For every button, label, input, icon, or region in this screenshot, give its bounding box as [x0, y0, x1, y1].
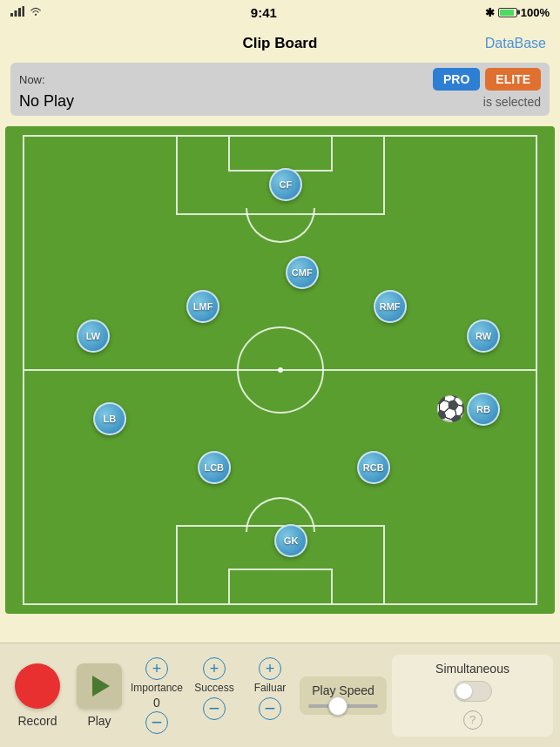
bluetooth-icon: ✱: [485, 6, 495, 19]
nav-title: Clip Board: [242, 35, 317, 52]
battery-icon: [498, 8, 517, 17]
center-dot: [278, 367, 283, 373]
simultaneous-toggle[interactable]: [454, 681, 492, 702]
football-field[interactable]: CFCMFLMFRMFLWRWLBRBLCBRCBGK⚽: [5, 126, 555, 614]
no-play-text: No Play: [19, 92, 74, 111]
play-button[interactable]: [77, 663, 122, 709]
counter-section: + Importance 0 − + Success − + Failuar −: [131, 657, 294, 734]
svg-point-4: [35, 13, 37, 15]
signal-icon: [10, 6, 24, 19]
promo-buttons: PRO ELITE: [433, 68, 541, 91]
play-label: Play: [87, 714, 111, 728]
elite-button[interactable]: ELITE: [485, 68, 541, 91]
record-label: Record: [17, 714, 57, 728]
help-icon[interactable]: ?: [463, 710, 482, 730]
player-rb[interactable]: RB: [467, 393, 500, 426]
failuar-counter: + Failuar −: [246, 657, 294, 734]
player-lb[interactable]: LB: [93, 402, 126, 435]
importance-value: 0: [153, 696, 160, 710]
player-gk[interactable]: GK: [274, 524, 307, 557]
controls-bar: Record Play + Importance 0 − + Success −…: [0, 643, 560, 747]
bottom-goal-area: [228, 569, 333, 603]
player-rcb[interactable]: RCB: [357, 451, 390, 484]
success-counter: + Success −: [190, 657, 239, 734]
help-symbol: ?: [469, 713, 476, 726]
importance-minus-button[interactable]: −: [145, 711, 168, 734]
pro-button[interactable]: PRO: [433, 68, 480, 91]
player-rw[interactable]: RW: [467, 320, 500, 353]
importance-plus-button[interactable]: +: [145, 657, 168, 680]
soccer-ball[interactable]: ⚽: [435, 394, 465, 424]
is-selected-text: is selected: [483, 95, 541, 109]
record-section: Record: [7, 663, 68, 728]
wifi-icon: [29, 6, 43, 19]
svg-rect-0: [10, 13, 13, 17]
toggle-thumb: [456, 683, 472, 699]
failuar-label: Failuar: [254, 682, 287, 694]
battery-percent: 100%: [521, 6, 550, 19]
player-lmf[interactable]: LMF: [186, 290, 219, 323]
status-time: 9:41: [251, 5, 277, 20]
failuar-minus-button[interactable]: −: [259, 697, 281, 720]
success-label: Success: [194, 682, 233, 694]
now-label: Now:: [19, 73, 45, 86]
selection-banner: Now: PRO ELITE No Play is selected: [10, 63, 550, 116]
player-lw[interactable]: LW: [77, 320, 110, 353]
player-cmf[interactable]: CMF: [286, 256, 319, 289]
failuar-plus-button[interactable]: +: [259, 657, 281, 680]
play-section: Play: [73, 663, 125, 728]
play-speed-section: Play Speed: [300, 676, 387, 715]
play-triangle-icon: [92, 676, 110, 697]
player-lcb[interactable]: LCB: [198, 451, 231, 484]
database-button[interactable]: DataBase: [485, 36, 546, 51]
simultaneous-label: Simultaneous: [435, 662, 509, 676]
simultaneous-section: Simultaneous ?: [392, 655, 553, 737]
status-bar: 9:41 ✱ 100%: [0, 0, 560, 24]
selection-row-bottom: No Play is selected: [19, 92, 541, 111]
play-speed-slider[interactable]: [308, 704, 378, 708]
importance-counter: + Importance 0 −: [131, 657, 183, 734]
nav-bar: Clip Board DataBase: [0, 24, 560, 63]
player-cf[interactable]: CF: [269, 168, 302, 201]
status-right: ✱ 100%: [485, 6, 550, 19]
toggle-container[interactable]: [454, 681, 492, 702]
play-speed-label: Play Speed: [312, 683, 374, 697]
top-goal-area: [228, 137, 333, 172]
success-plus-button[interactable]: +: [203, 657, 226, 680]
svg-rect-1: [15, 10, 17, 17]
top-penalty-arc: [246, 208, 315, 243]
record-button[interactable]: [15, 663, 60, 709]
player-rmf[interactable]: RMF: [374, 290, 407, 323]
selection-banner-container: Now: PRO ELITE No Play is selected: [0, 63, 560, 121]
status-left: [10, 6, 43, 19]
svg-rect-3: [23, 6, 25, 17]
svg-rect-2: [18, 8, 21, 17]
selection-row-top: Now: PRO ELITE: [19, 68, 541, 91]
importance-label: Importance: [131, 682, 183, 694]
success-minus-button[interactable]: −: [203, 697, 226, 720]
